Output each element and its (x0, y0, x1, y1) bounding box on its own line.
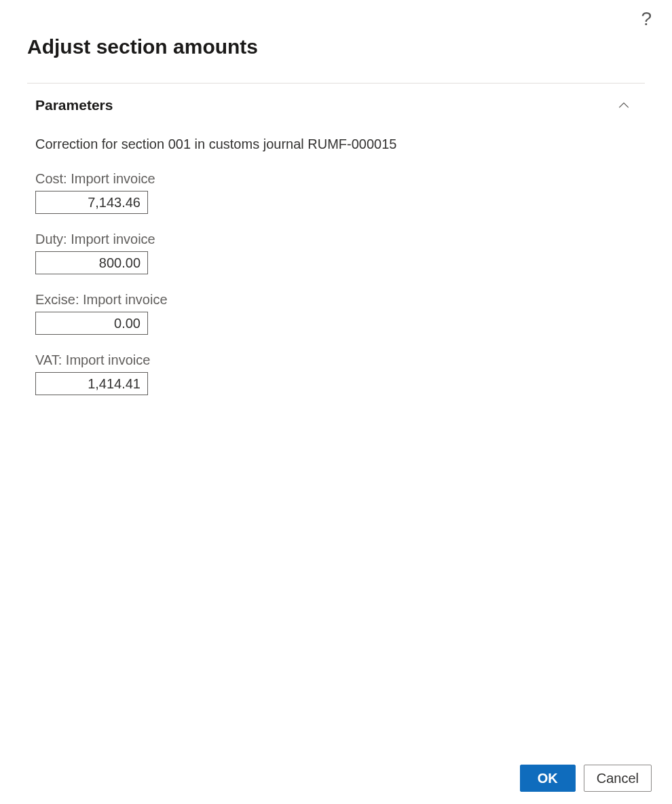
cancel-button[interactable]: Cancel (584, 765, 652, 792)
button-bar: OK Cancel (520, 765, 652, 792)
section-body: Correction for section 001 in customs jo… (0, 113, 672, 395)
excise-input[interactable] (35, 312, 148, 335)
dialog-title: Adjust section amounts (0, 0, 672, 58)
cost-input[interactable] (35, 191, 148, 214)
field-label-cost: Cost: Import invoice (35, 171, 645, 187)
field-label-excise: Excise: Import invoice (35, 292, 645, 308)
field-label-vat: VAT: Import invoice (35, 352, 645, 368)
field-excise: Excise: Import invoice (35, 292, 645, 335)
section-header-parameters[interactable]: Parameters (0, 84, 672, 113)
field-duty: Duty: Import invoice (35, 232, 645, 274)
field-label-duty: Duty: Import invoice (35, 232, 645, 247)
duty-input[interactable] (35, 251, 148, 274)
field-vat: VAT: Import invoice (35, 352, 645, 395)
help-icon[interactable]: ? (641, 8, 652, 30)
section-title: Parameters (35, 97, 113, 113)
ok-button[interactable]: OK (520, 765, 576, 792)
field-cost: Cost: Import invoice (35, 171, 645, 214)
chevron-up-icon (618, 99, 630, 111)
vat-input[interactable] (35, 372, 148, 395)
section-description: Correction for section 001 in customs jo… (35, 136, 645, 152)
